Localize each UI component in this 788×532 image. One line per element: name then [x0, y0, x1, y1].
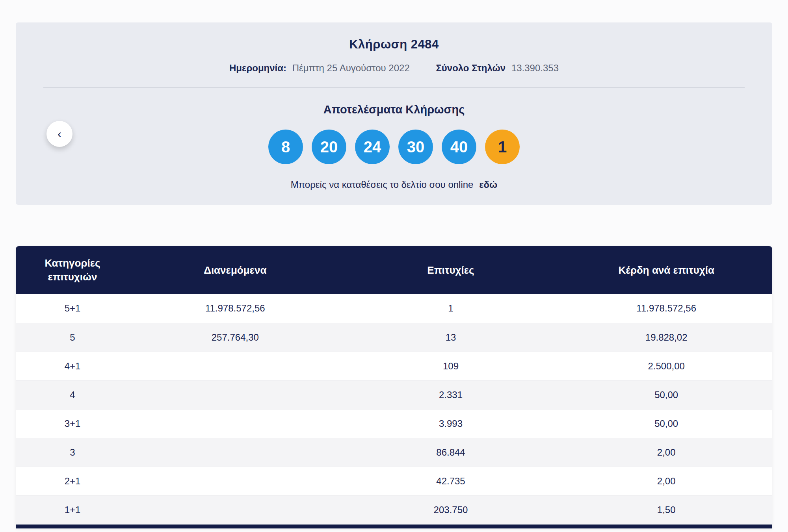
table-cell-per_win: 19.828,02 [560, 323, 772, 352]
table-row: 4+11092.500,00 [16, 352, 772, 380]
date-value: Πέμπτη 25 Αυγούστου 2022 [292, 63, 410, 73]
prize-table-header: Κατηγορίες επιτυχιών Διανεμόμενα Επιτυχί… [16, 246, 772, 294]
number-ball: 24 [355, 130, 390, 164]
table-cell-wins: 42.735 [341, 467, 561, 495]
table-cell-category: 4 [16, 380, 129, 409]
chevron-left-icon: ‹ [58, 127, 61, 141]
online-submit-link[interactable]: εδώ [479, 179, 497, 190]
results-title: Αποτελέσματα Κλήρωσης [16, 103, 772, 116]
table-cell-category: 1+1 [16, 495, 129, 524]
table-row: 2+142.7352,00 [16, 467, 772, 495]
table-cell-category: 5+1 [16, 294, 129, 323]
column-header-categories: Κατηγορίες επιτυχιών [16, 246, 129, 294]
table-cell-wins: 3.993 [341, 409, 561, 438]
prize-table: Κατηγορίες επιτυχιών Διανεμόμενα Επιτυχί… [16, 246, 772, 528]
table-footer-bar [16, 525, 772, 528]
table-cell-wins: 109 [341, 352, 561, 380]
table-cell-wins: 203.750 [341, 495, 561, 524]
column-header-distributed: Διανεμόμενα [129, 246, 341, 294]
draw-card: Κλήρωση 2484 Ημερομηνία: Πέμπτη 25 Αυγού… [16, 22, 772, 205]
date-label: Ημερομηνία: [229, 63, 286, 73]
prize-table-grid: Κατηγορίες επιτυχιών Διανεμόμενα Επιτυχί… [16, 246, 772, 525]
joker-ball: 1 [485, 130, 520, 164]
draw-meta: Ημερομηνία: Πέμπτη 25 Αυγούστου 2022 Σύν… [16, 63, 772, 74]
total-columns-label: Σύνολο Στηλών [436, 63, 506, 73]
page: Κλήρωση 2484 Ημερομηνία: Πέμπτη 25 Αυγού… [0, 0, 788, 532]
number-ball: 40 [442, 130, 476, 164]
table-cell-distributed [129, 495, 341, 524]
table-cell-distributed [129, 467, 341, 495]
number-ball: 30 [398, 130, 433, 164]
online-submit-text: Μπορείς να καταθέσεις το δελτίο σου onli… [291, 179, 474, 190]
table-cell-distributed [129, 380, 341, 409]
divider [43, 87, 745, 87]
table-cell-wins: 1 [341, 294, 561, 323]
table-cell-per_win: 2.500,00 [560, 352, 772, 380]
table-cell-wins: 86.844 [341, 438, 561, 467]
prize-table-body: 5+111.978.572,56111.978.572,565257.764,3… [16, 294, 772, 524]
table-row: 386.8442,00 [16, 438, 772, 467]
previous-draw-button[interactable]: ‹ [46, 121, 72, 147]
table-cell-category: 3 [16, 438, 129, 467]
table-cell-per_win: 50,00 [560, 380, 772, 409]
table-row: 5+111.978.572,56111.978.572,56 [16, 294, 772, 323]
table-row: 3+13.99350,00 [16, 409, 772, 438]
table-cell-distributed: 11.978.572,56 [129, 294, 341, 323]
table-cell-wins: 2.331 [341, 380, 561, 409]
table-cell-distributed [129, 352, 341, 380]
table-row: 1+1203.7501,50 [16, 495, 772, 524]
draw-title: Κλήρωση 2484 [16, 22, 772, 52]
column-header-per-win: Κέρδη ανά επιτυχία [560, 246, 772, 294]
number-ball: 20 [312, 130, 346, 164]
total-columns-value: 13.390.353 [511, 63, 559, 73]
table-cell-per_win: 2,00 [560, 438, 772, 467]
table-cell-wins: 13 [341, 323, 561, 352]
table-cell-per_win: 2,00 [560, 467, 772, 495]
table-cell-category: 3+1 [16, 409, 129, 438]
winning-numbers: 8202430401 [16, 129, 772, 165]
online-submit-line: Μπορείς να καταθέσεις το δελτίο σου onli… [16, 179, 772, 190]
table-cell-per_win: 11.978.572,56 [560, 294, 772, 323]
table-cell-distributed [129, 409, 341, 438]
column-header-wins: Επιτυχίες [341, 246, 561, 294]
table-row: 5257.764,301319.828,02 [16, 323, 772, 352]
table-cell-distributed: 257.764,30 [129, 323, 341, 352]
table-cell-per_win: 1,50 [560, 495, 772, 524]
table-cell-per_win: 50,00 [560, 409, 772, 438]
table-cell-distributed [129, 438, 341, 467]
table-cell-category: 4+1 [16, 352, 129, 380]
table-row: 42.33150,00 [16, 380, 772, 409]
table-cell-category: 5 [16, 323, 129, 352]
number-ball: 8 [268, 130, 303, 164]
table-cell-category: 2+1 [16, 467, 129, 495]
